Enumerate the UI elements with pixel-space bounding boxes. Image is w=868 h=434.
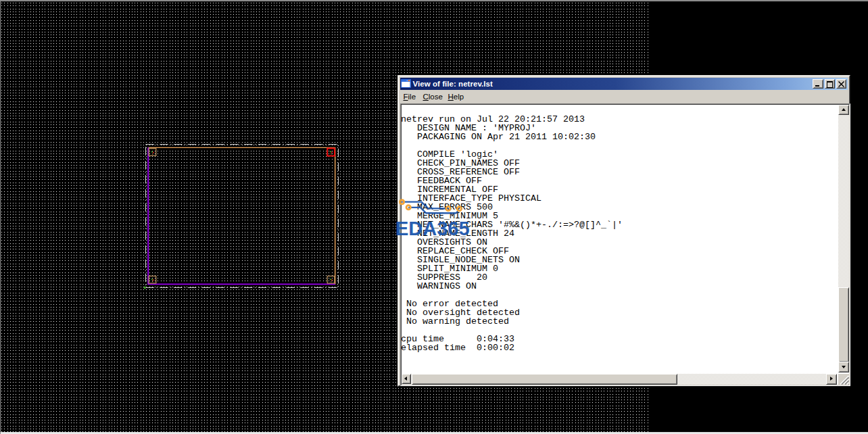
svg-text:EDA365: EDA365: [395, 218, 470, 239]
